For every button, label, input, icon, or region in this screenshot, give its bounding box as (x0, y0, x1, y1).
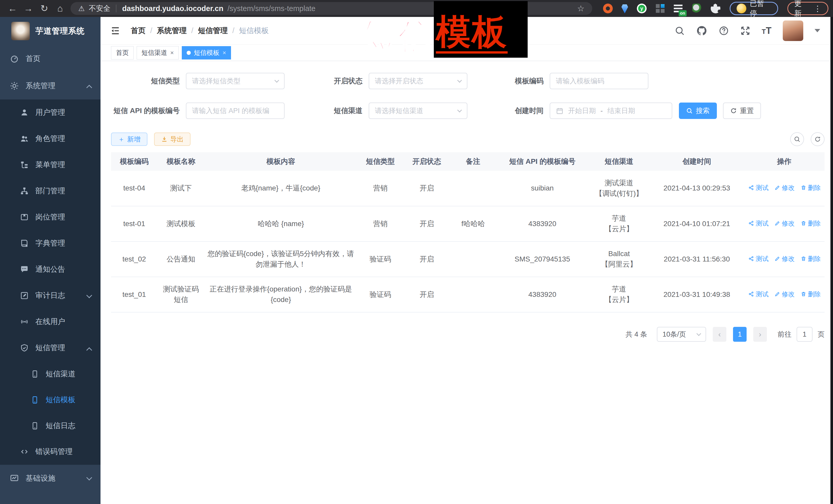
cell-channel: 测试渠道【调试(钉钉)】 (588, 171, 650, 206)
sidebar-item-post-mgmt[interactable]: 岗位管理 (0, 204, 100, 230)
avatar-caret-icon[interactable] (814, 29, 820, 32)
test-link[interactable]: 测试 (748, 183, 768, 192)
profile-paused-chip[interactable]: 已暂停 (730, 2, 778, 15)
breadcrumb-system[interactable]: 系统管理 (157, 26, 187, 36)
tab-home[interactable]: 首页 (111, 46, 134, 59)
show-search-button[interactable] (790, 132, 804, 146)
sidebar-item-dict-mgmt[interactable]: 字典管理 (0, 230, 100, 256)
sidebar-item-user-mgmt[interactable]: 用户管理 (0, 99, 100, 126)
export-button[interactable]: 导出 (154, 133, 190, 146)
placeholder: 请输入模板编码 (556, 76, 604, 86)
test-label: 测试 (756, 289, 768, 299)
extension-grid-icon[interactable] (655, 4, 665, 13)
status-select[interactable]: 请选择开启状态 (369, 73, 468, 89)
extension-pin-icon[interactable] (621, 4, 628, 13)
sidebar-item-menu-mgmt[interactable]: 菜单管理 (0, 152, 100, 178)
add-button[interactable]: ＋ 新增 (111, 133, 147, 146)
sidebar-item-label: 审计日志 (35, 290, 65, 301)
extensions-puzzle-icon[interactable] (711, 4, 720, 13)
edit-label: 修改 (782, 183, 794, 192)
scrollbar[interactable] (830, 17, 833, 504)
sidebar-item-sms-template[interactable]: 短信模板 (0, 387, 100, 413)
cell-actions: 测试 修改 删除 (744, 206, 825, 241)
test-link[interactable]: 测试 (748, 254, 768, 263)
sidebar-item-system-mgmt[interactable]: 系统管理 (0, 72, 100, 99)
github-icon[interactable] (696, 25, 707, 37)
cell-created: 2021-03-31 11:56:30 (650, 241, 744, 277)
test-link[interactable]: 测试 (748, 219, 768, 228)
prev-page-button[interactable]: ‹ (713, 327, 727, 342)
col-actions: 操作 (744, 152, 825, 171)
tab-sms-template[interactable]: 短信模板 × (182, 46, 231, 59)
delete-link[interactable]: 删除 (801, 289, 821, 299)
sidebar-item-sms-channel[interactable]: 短信渠道 (0, 361, 100, 387)
api-template-id-input[interactable]: 请输入短信 API 的模板编 (186, 102, 285, 119)
sidebar-item-label: 角色管理 (35, 134, 65, 144)
cell-remark (450, 241, 496, 277)
page-size-select[interactable]: 10条/页 (657, 327, 706, 342)
sidebar-item-notice[interactable]: 通知公告 (0, 256, 100, 283)
test-label: 测试 (756, 183, 768, 192)
extension-magnifier-icon[interactable] (692, 4, 702, 13)
refresh-button[interactable] (811, 132, 825, 146)
page-1-button[interactable]: 1 (733, 327, 746, 342)
tab-sms-channel[interactable]: 短信渠道 × (137, 46, 179, 59)
breadcrumb-home[interactable]: 首页 (131, 26, 146, 36)
channel-name: 测试渠道 (604, 179, 633, 187)
edit-link[interactable]: 修改 (775, 289, 794, 299)
extension-green-icon[interactable]: y (637, 4, 647, 13)
extension-list-icon[interactable]: on (674, 4, 684, 13)
delete-link[interactable]: 删除 (801, 183, 821, 192)
sidebar-item-role-mgmt[interactable]: 角色管理 (0, 126, 100, 152)
chevron-down-icon (696, 331, 701, 336)
edit-link[interactable]: 修改 (775, 254, 794, 263)
address-bar[interactable]: ⚠ 不安全 dashboard.yudao.iocoder.cn /system… (71, 2, 592, 15)
edit-link[interactable]: 修改 (775, 183, 794, 192)
back-icon[interactable]: ← (5, 3, 21, 14)
edit-link[interactable]: 修改 (775, 219, 794, 228)
help-icon[interactable] (719, 26, 729, 36)
delete-link[interactable]: 删除 (801, 254, 821, 263)
sidebar-item-errcode-mgmt[interactable]: 错误码管理 (0, 439, 100, 465)
close-icon[interactable]: × (222, 50, 226, 56)
cell-status: 开启 (404, 206, 450, 241)
channel-select[interactable]: 请选择短信渠道 (369, 102, 468, 119)
sidebar-menu: 首页 系统管理 用户管理 角色管理 菜单管理 部门管理 (0, 45, 100, 492)
home-icon[interactable]: ⌂ (52, 3, 68, 14)
sidebar-item-dept-mgmt[interactable]: 部门管理 (0, 178, 100, 204)
collapse-menu-icon[interactable] (110, 26, 120, 36)
reset-button[interactable]: 重置 (723, 102, 761, 119)
search-icon[interactable] (674, 26, 685, 36)
update-chip[interactable]: 更新 ⋮ (787, 2, 828, 15)
sidebar-item-online-users[interactable]: 在线用户 (0, 309, 100, 335)
extensions-row: y on (603, 4, 720, 13)
delete-link[interactable]: 删除 (801, 219, 821, 228)
test-link[interactable]: 测试 (748, 289, 768, 299)
goto-page-input[interactable]: 1 (796, 327, 812, 342)
template-code-input[interactable]: 请输入模板编码 (550, 73, 648, 89)
logo-row[interactable]: 芋道管理系统 (0, 17, 100, 45)
reload-icon[interactable]: ↻ (37, 3, 52, 14)
forward-icon[interactable]: → (21, 3, 37, 14)
sidebar-item-audit-log[interactable]: 审计日志 (0, 283, 100, 309)
sidebar-item-sms-mgmt[interactable]: 短信管理 (0, 335, 100, 361)
next-page-button[interactable]: › (753, 327, 767, 342)
create-time-range-picker[interactable]: 开始日期 - 结束日期 (550, 102, 672, 119)
user-avatar[interactable] (783, 21, 803, 41)
sidebar-item-label: 用户管理 (35, 107, 65, 118)
sidebar-item-label: 岗位管理 (35, 212, 65, 222)
breadcrumb-sms[interactable]: 短信管理 (198, 26, 228, 36)
divider (116, 5, 116, 12)
sidebar-item-infrastructure[interactable]: 基础设施 (0, 465, 100, 492)
sidebar-item-sms-log[interactable]: 短信日志 (0, 413, 100, 439)
fullscreen-icon[interactable] (740, 26, 751, 36)
bookmark-star-icon[interactable]: ☆ (577, 4, 585, 13)
font-size-icon[interactable]: TT (762, 25, 771, 36)
extension-orange-icon[interactable] (603, 4, 613, 13)
tag-view-bar: 首页 短信渠道 × 短信模板 × (100, 45, 833, 61)
sidebar-item-home[interactable]: 首页 (0, 45, 100, 72)
browser-menu-icon[interactable]: ⋮ (814, 4, 822, 13)
search-button[interactable]: 搜索 (679, 102, 717, 119)
close-icon[interactable]: × (170, 50, 174, 56)
sms-type-select[interactable]: 请选择短信类型 (186, 73, 285, 89)
